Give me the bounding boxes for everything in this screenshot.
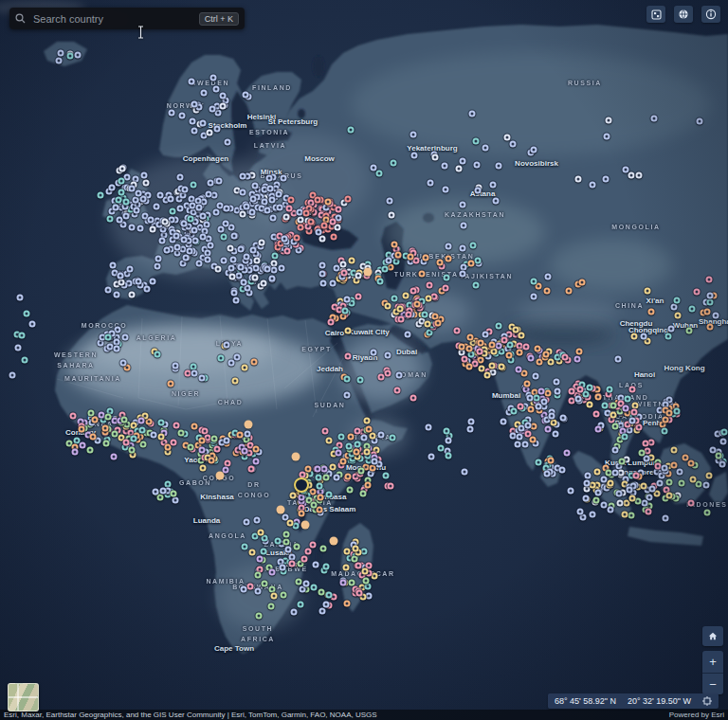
- map-marker[interactable]: [541, 399, 548, 405]
- map-marker[interactable]: [107, 216, 114, 223]
- map-marker[interactable]: [310, 489, 317, 495]
- map-marker[interactable]: [385, 370, 391, 377]
- map-marker[interactable]: [446, 453, 452, 459]
- map-marker[interactable]: [252, 275, 259, 281]
- map-marker[interactable]: [173, 497, 179, 504]
- map-marker[interactable]: [298, 602, 304, 608]
- map-marker[interactable]: [256, 613, 263, 620]
- map-marker[interactable]: [347, 487, 354, 494]
- map-marker[interactable]: [251, 359, 258, 366]
- map-marker[interactable]: [531, 147, 537, 153]
- map-marker[interactable]: [632, 403, 639, 409]
- map-marker[interactable]: [469, 111, 476, 117]
- map-marker[interactable]: [249, 209, 256, 216]
- map-marker[interactable]: [388, 483, 394, 490]
- map-marker[interactable]: [507, 342, 514, 349]
- map-marker[interactable]: [355, 428, 361, 435]
- map-marker[interactable]: [118, 279, 125, 286]
- map-marker[interactable]: [191, 364, 197, 370]
- map-marker[interactable]: [370, 433, 376, 440]
- map-marker[interactable]: [443, 187, 449, 193]
- map-marker[interactable]: [545, 426, 552, 433]
- map-marker[interactable]: [566, 288, 573, 295]
- map-marker[interactable]: [220, 93, 227, 99]
- map-marker[interactable]: [606, 470, 612, 477]
- map-marker[interactable]: [628, 172, 635, 179]
- map-marker[interactable]: [460, 271, 466, 278]
- map-marker[interactable]: [190, 203, 196, 209]
- map-marker[interactable]: [105, 334, 112, 341]
- map-marker[interactable]: [377, 279, 384, 285]
- map-marker[interactable]: [217, 203, 224, 209]
- map-marker[interactable]: [595, 426, 602, 433]
- map-marker[interactable]: [459, 350, 465, 356]
- map-marker[interactable]: [663, 417, 669, 423]
- map-marker[interactable]: [343, 565, 350, 571]
- map-marker[interactable]: [627, 427, 633, 434]
- map-marker[interactable]: [615, 356, 622, 363]
- map-marker[interactable]: [112, 431, 118, 438]
- map-marker[interactable]: [308, 219, 315, 225]
- map-marker[interactable]: [641, 483, 647, 490]
- map-marker[interactable]: [398, 316, 405, 323]
- map-marker[interactable]: [606, 117, 612, 124]
- map-marker[interactable]: [290, 493, 297, 499]
- map-marker[interactable]: [396, 372, 403, 379]
- selected-marker[interactable]: [294, 477, 309, 493]
- map-marker[interactable]: [403, 293, 410, 299]
- map-marker[interactable]: [391, 242, 398, 248]
- map-marker[interactable]: [511, 408, 518, 415]
- map-marker[interactable]: [180, 192, 187, 199]
- map-marker[interactable]: [9, 372, 16, 379]
- map-marker[interactable]: [205, 435, 211, 441]
- map-marker[interactable]: [224, 342, 230, 349]
- map-marker[interactable]: [231, 290, 238, 297]
- map-marker[interactable]: [195, 198, 202, 205]
- map-marker[interactable]: [321, 466, 328, 473]
- map-marker[interactable]: [662, 465, 668, 472]
- map-marker[interactable]: [575, 176, 582, 183]
- map-marker[interactable]: [348, 434, 355, 441]
- map-marker[interactable]: [168, 196, 174, 203]
- map-marker[interactable]: [208, 243, 214, 249]
- map-marker[interactable]: [636, 424, 643, 431]
- map-marker[interactable]: [331, 234, 337, 241]
- map-marker[interactable]: [627, 487, 633, 494]
- basemap-globe-button[interactable]: [674, 6, 693, 23]
- map-marker[interactable]: [325, 199, 332, 206]
- map-marker[interactable]: [221, 234, 228, 241]
- map-marker[interactable]: [271, 593, 278, 600]
- map-marker[interactable]: [601, 502, 608, 509]
- map-marker[interactable]: [189, 79, 195, 85]
- map-marker[interactable]: [362, 568, 369, 575]
- map-marker[interactable]: [249, 549, 256, 556]
- map-marker[interactable]: [272, 253, 279, 260]
- map-marker[interactable]: [478, 340, 484, 347]
- map-marker[interactable]: [411, 153, 418, 159]
- map-marker[interactable]: [114, 292, 120, 298]
- map-marker[interactable]: [169, 110, 175, 117]
- map-marker[interactable]: [504, 135, 511, 141]
- map-marker[interactable]: [281, 592, 287, 599]
- basemap-toggle[interactable]: [8, 683, 39, 711]
- map-marker[interactable]: [648, 440, 655, 446]
- map-marker[interactable]: [518, 404, 524, 410]
- map-marker[interactable]: [576, 349, 583, 355]
- map-marker[interactable]: [390, 435, 396, 441]
- map-marker[interactable]: [177, 174, 184, 181]
- map-marker[interactable]: [629, 495, 636, 502]
- map-marker[interactable]: [345, 196, 352, 203]
- map-marker[interactable]: [344, 601, 351, 607]
- map-marker[interactable]: [493, 198, 500, 205]
- map-marker[interactable]: [406, 312, 412, 318]
- map-marker[interactable]: [643, 441, 649, 447]
- map-marker[interactable]: [584, 480, 591, 487]
- map-marker[interactable]: [264, 207, 271, 214]
- map-marker[interactable]: [531, 279, 537, 285]
- map-marker[interactable]: [319, 608, 326, 615]
- map-marker[interactable]: [338, 434, 345, 441]
- map-marker[interactable]: [500, 419, 507, 425]
- map-marker[interactable]: [551, 420, 557, 426]
- map-marker[interactable]: [87, 447, 94, 454]
- map-marker[interactable]: [426, 296, 432, 302]
